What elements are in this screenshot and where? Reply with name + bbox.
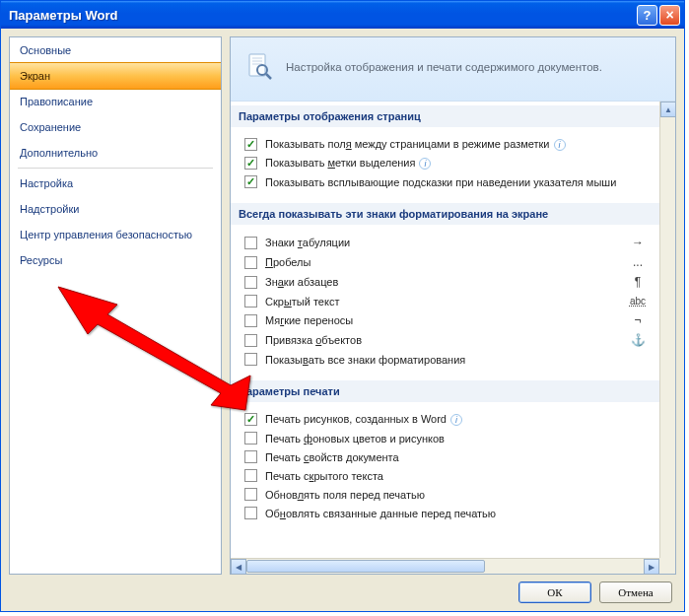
option-label[interactable]: Печать рисунков, созданных в Wordi: [265, 413, 650, 426]
option-label[interactable]: Знаки табуляции: [265, 237, 618, 248]
ok-button[interactable]: ОК: [518, 582, 591, 603]
option-row: Показывать поля между страницами в режим…: [244, 135, 650, 154]
titlebar: Параметры Word ? ×: [1, 1, 684, 29]
window-title: Параметры Word: [9, 8, 637, 23]
checkbox[interactable]: [244, 295, 257, 308]
option-row: Печать свойств документа: [244, 447, 650, 466]
close-button[interactable]: ×: [659, 5, 680, 26]
option-row: Печать фоновых цветов и рисунков: [244, 429, 650, 447]
vertical-scrollbar[interactable]: ▲: [659, 102, 675, 558]
content-header-text: Настройка отображения и печати содержимо…: [286, 61, 602, 73]
sidebar-item-display[interactable]: Экран: [9, 62, 222, 90]
option-label[interactable]: Печать свойств документа: [265, 451, 650, 463]
option-row: Печать рисунков, созданных в Wordi: [244, 410, 650, 429]
scroll-left-button[interactable]: ◀: [231, 559, 246, 574]
option-label[interactable]: Показывать все знаки форматирования: [265, 354, 618, 366]
svg-line-5: [266, 74, 271, 79]
option-label[interactable]: Мягкие переносы: [265, 314, 618, 326]
option-row: Знаки табуляции→: [244, 233, 650, 252]
info-icon: i: [419, 158, 431, 170]
checkbox[interactable]: [244, 488, 257, 501]
formatting-symbol: →: [626, 236, 650, 249]
sidebar-item-customize[interactable]: Настройка: [10, 171, 221, 196]
option-label[interactable]: Печать скрытого текста: [265, 470, 650, 482]
option-label[interactable]: Пробелы: [265, 256, 618, 268]
option-row: Знаки абзацев¶: [244, 272, 650, 292]
option-label[interactable]: Знаки абзацев: [265, 276, 618, 288]
sidebar-item-resources[interactable]: Ресурсы: [10, 247, 221, 273]
option-label[interactable]: Скрытый текст: [265, 296, 618, 308]
checkbox[interactable]: [244, 276, 257, 289]
sidebar-item-addins[interactable]: Надстройки: [10, 196, 221, 222]
option-row: Пробелы...: [244, 252, 650, 272]
sidebar-separator: [18, 168, 213, 169]
sidebar: Основные Экран Правописание Сохранение Д…: [9, 36, 222, 575]
option-label[interactable]: Показывать всплывающие подсказки при нав…: [265, 176, 650, 188]
checkbox[interactable]: [244, 469, 257, 482]
scroll-right-button[interactable]: ▶: [644, 559, 659, 574]
formatting-symbol: ⚓: [626, 333, 650, 347]
checkbox[interactable]: [244, 175, 257, 188]
option-label[interactable]: Показывать поля между страницами в режим…: [265, 138, 650, 151]
checkbox[interactable]: [244, 237, 257, 249]
option-row: Скрытый текстabc: [244, 292, 650, 310]
option-row: Показывать всплывающие подсказки при нав…: [244, 172, 650, 191]
section-display-header: Параметры отображения страниц: [231, 105, 659, 127]
option-label[interactable]: Обновлять связанные данные перед печатью: [265, 508, 650, 519]
checkbox[interactable]: [244, 256, 257, 269]
formatting-symbol: ¬: [626, 313, 650, 327]
checkbox[interactable]: [244, 314, 257, 327]
info-icon: i: [554, 139, 566, 151]
sidebar-item-general[interactable]: Основные: [10, 37, 221, 63]
sidebar-item-advanced[interactable]: Дополнительно: [10, 140, 221, 166]
horizontal-scrollbar[interactable]: ◀ ▶: [231, 558, 659, 574]
checkbox[interactable]: [244, 334, 257, 347]
option-label[interactable]: Печать фоновых цветов и рисунков: [265, 433, 650, 445]
scroll-corner: [659, 558, 675, 574]
formatting-symbol: abc: [626, 296, 650, 307]
scroll-thumb[interactable]: [246, 560, 485, 573]
sidebar-item-proofing[interactable]: Правописание: [10, 89, 221, 114]
sidebar-item-save[interactable]: Сохранение: [10, 114, 221, 140]
option-label[interactable]: Обновлять поля перед печатью: [265, 489, 650, 501]
option-row: Показывать все знаки форматирования: [244, 350, 650, 369]
checkbox[interactable]: [244, 138, 257, 151]
formatting-symbol: ¶: [626, 275, 650, 289]
option-row: Обновлять поля перед печатью: [244, 485, 650, 504]
page-magnifier-icon: [244, 51, 276, 83]
formatting-symbol: ...: [626, 255, 650, 269]
option-row: Привязка объектов⚓: [244, 330, 650, 350]
help-button[interactable]: ?: [637, 5, 657, 26]
cancel-button[interactable]: Отмена: [599, 582, 672, 603]
checkbox[interactable]: [244, 507, 257, 519]
checkbox[interactable]: [244, 157, 257, 170]
option-row: Печать скрытого текста: [244, 466, 650, 485]
sidebar-item-trust[interactable]: Центр управления безопасностью: [10, 222, 221, 247]
checkbox[interactable]: [244, 413, 257, 426]
checkbox[interactable]: [244, 353, 257, 366]
option-label[interactable]: Показывать метки выделенияi: [265, 157, 650, 170]
checkbox[interactable]: [244, 450, 257, 463]
scroll-up-button[interactable]: ▲: [660, 102, 675, 117]
option-row: Показывать метки выделенияi: [244, 154, 650, 172]
section-print-header: Параметры печати: [231, 380, 659, 402]
content-header: Настройка отображения и печати содержимо…: [231, 37, 675, 102]
option-label[interactable]: Привязка объектов: [265, 334, 618, 346]
option-row: Мягкие переносы¬: [244, 310, 650, 330]
info-icon: i: [450, 414, 462, 426]
checkbox[interactable]: [244, 432, 257, 445]
content-panel: Настройка отображения и печати содержимо…: [230, 36, 676, 575]
section-formatting-header: Всегда показывать эти знаки форматирован…: [231, 203, 659, 225]
option-row: Обновлять связанные данные перед печатью: [244, 504, 650, 522]
